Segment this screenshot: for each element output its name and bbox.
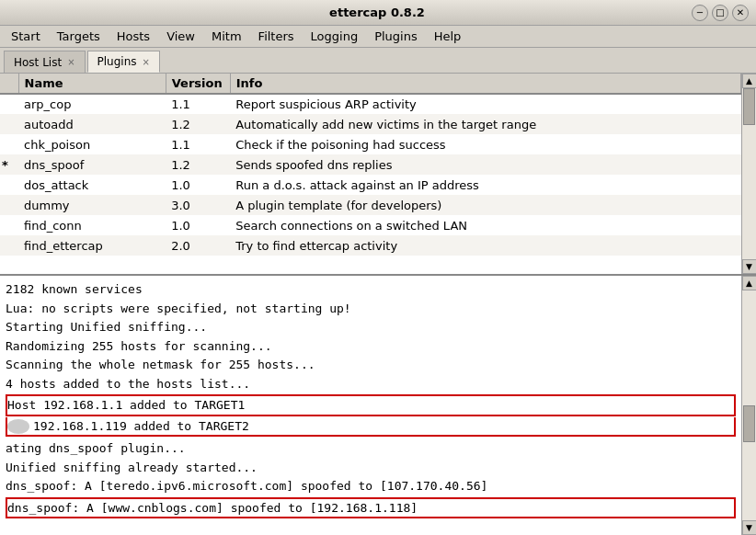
main-content: Name Version Info arp_cop1.1Report suspi… bbox=[0, 74, 756, 535]
plugin-marker bbox=[0, 235, 18, 256]
plugin-info: A plugin template (for developers) bbox=[230, 195, 740, 215]
tab-host-list-close[interactable]: × bbox=[67, 57, 74, 67]
menu-hosts[interactable]: Hosts bbox=[109, 28, 157, 45]
plugin-panel: Name Version Info arp_cop1.1Report suspi… bbox=[0, 74, 756, 276]
log-line: Starting Unified sniffing... bbox=[6, 318, 736, 336]
log-scroll-track bbox=[742, 290, 756, 520]
plugin-marker bbox=[0, 134, 18, 154]
log-scrollbar[interactable]: ▲ ▼ bbox=[741, 276, 756, 535]
plugin-table-container: Name Version Info arp_cop1.1Report suspi… bbox=[0, 74, 741, 274]
tab-host-list[interactable]: Host List × bbox=[4, 51, 86, 73]
plugin-info: Sends spoofed dns replies bbox=[230, 154, 740, 175]
plugin-marker: * bbox=[0, 154, 18, 175]
menu-mitm[interactable]: Mitm bbox=[204, 28, 249, 45]
plugin-version: 1.0 bbox=[166, 215, 230, 235]
log-line: dns_spoof: A [teredo.ipv6.microsoft.com]… bbox=[6, 477, 736, 495]
plugin-version: 1.2 bbox=[166, 114, 230, 134]
log-line: 2182 known services bbox=[6, 280, 736, 299]
plugin-scrollbar[interactable]: ▲ ▼ bbox=[741, 74, 756, 274]
window-title: ettercap 0.8.2 bbox=[63, 6, 692, 19]
table-row[interactable]: dummy3.0A plugin template (for developer… bbox=[0, 195, 741, 215]
plugin-name: autoadd bbox=[18, 114, 166, 134]
close-button[interactable]: ✕ bbox=[732, 5, 749, 21]
plugin-version: 1.1 bbox=[166, 134, 230, 154]
scroll-up-button[interactable]: ▲ bbox=[742, 74, 757, 88]
tab-host-list-label: Host List bbox=[14, 56, 62, 69]
arrow-icon bbox=[7, 419, 29, 434]
table-row[interactable]: find_ettercap2.0Try to find ettercap act… bbox=[0, 235, 741, 256]
plugin-marker bbox=[0, 195, 18, 215]
plugin-table: Name Version Info arp_cop1.1Report suspi… bbox=[0, 74, 741, 256]
log-line: Unified sniffing already started... bbox=[6, 459, 736, 477]
log-line: 4 hosts added to the hosts list... bbox=[6, 375, 736, 393]
table-row[interactable]: dos_attack1.0Run a d.o.s. attack against… bbox=[0, 175, 741, 195]
table-row[interactable]: *dns_spoof1.2Sends spoofed dns replies bbox=[0, 154, 741, 175]
plugin-name: find_conn bbox=[18, 215, 166, 235]
log-line: Randomizing 255 hosts for scanning... bbox=[6, 337, 736, 356]
log-scroll-thumb[interactable] bbox=[743, 405, 755, 442]
table-row[interactable]: autoadd1.2Automatically add new victims … bbox=[0, 114, 741, 134]
table-row[interactable]: arp_cop1.1Report suspicious ARP activity bbox=[0, 94, 741, 114]
plugin-name: dos_attack bbox=[18, 175, 166, 195]
plugin-info: Automatically add new victims in the tar… bbox=[230, 114, 740, 134]
plugin-info: Try to find ettercap activity bbox=[230, 235, 740, 256]
plugin-marker bbox=[0, 215, 18, 235]
plugin-version: 3.0 bbox=[166, 195, 230, 215]
plugin-info: Search connections on a switched LAN bbox=[230, 215, 740, 235]
window-controls: − □ ✕ bbox=[692, 5, 749, 21]
tab-plugins-label: Plugins bbox=[97, 55, 137, 68]
menu-logging[interactable]: Logging bbox=[304, 28, 366, 45]
plugin-name: find_ettercap bbox=[18, 235, 166, 256]
log-line: Host 192.168.1.1 added to TARGET1 bbox=[6, 394, 736, 416]
col-info: Info bbox=[230, 74, 740, 94]
plugin-name: dns_spoof bbox=[18, 154, 166, 175]
plugin-marker bbox=[0, 114, 18, 134]
maximize-button[interactable]: □ bbox=[712, 5, 728, 21]
plugin-info: Report suspicious ARP activity bbox=[230, 94, 740, 114]
tab-plugins[interactable]: Plugins × bbox=[87, 51, 160, 73]
log-line: Scanning the whole netmask for 255 hosts… bbox=[6, 356, 736, 374]
plugin-version: 1.2 bbox=[166, 154, 230, 175]
col-marker bbox=[0, 74, 18, 94]
log-line: ating dns_spoof plugin... bbox=[6, 439, 736, 458]
menu-bar: Start Targets Hosts View Mitm Filters Lo… bbox=[0, 26, 756, 48]
menu-help[interactable]: Help bbox=[427, 28, 469, 45]
plugin-version: 1.1 bbox=[166, 94, 230, 114]
menu-filters[interactable]: Filters bbox=[251, 28, 302, 45]
col-version: Version bbox=[166, 74, 230, 94]
log-line: 192.168.1.119 added to TARGET2 bbox=[6, 417, 736, 438]
tabs-bar: Host List × Plugins × bbox=[0, 48, 756, 74]
title-bar: ettercap 0.8.2 − □ ✕ bbox=[0, 0, 756, 26]
log-content: 2182 known servicesLua: no scripts were … bbox=[0, 276, 741, 535]
plugin-marker bbox=[0, 175, 18, 195]
col-name: Name bbox=[18, 74, 166, 94]
table-row[interactable]: find_conn1.0Search connections on a swit… bbox=[0, 215, 741, 235]
plugin-version: 2.0 bbox=[166, 235, 230, 256]
minimize-button[interactable]: − bbox=[692, 5, 708, 21]
plugin-name: chk_poison bbox=[18, 134, 166, 154]
table-row[interactable]: chk_poison1.1Check if the poisoning had … bbox=[0, 134, 741, 154]
plugin-name: arp_cop bbox=[18, 94, 166, 114]
plugin-marker bbox=[0, 94, 18, 114]
plugin-info: Run a d.o.s. attack against an IP addres… bbox=[230, 175, 740, 195]
menu-targets[interactable]: Targets bbox=[50, 28, 108, 45]
menu-view[interactable]: View bbox=[159, 28, 202, 45]
log-scroll-down-button[interactable]: ▼ bbox=[742, 520, 757, 535]
scroll-thumb[interactable] bbox=[743, 88, 755, 125]
menu-plugins[interactable]: Plugins bbox=[367, 28, 425, 45]
log-line: dns_spoof: A [www.cnblogs.com] spoofed t… bbox=[6, 497, 736, 519]
menu-start[interactable]: Start bbox=[4, 28, 48, 45]
log-line: Lua: no scripts were specified, not star… bbox=[6, 300, 736, 318]
tab-plugins-close[interactable]: × bbox=[143, 57, 150, 67]
log-scroll-up-button[interactable]: ▲ bbox=[742, 276, 757, 290]
log-panel: 2182 known servicesLua: no scripts were … bbox=[0, 276, 756, 535]
plugin-version: 1.0 bbox=[166, 175, 230, 195]
scroll-track bbox=[742, 88, 756, 259]
plugin-name: dummy bbox=[18, 195, 166, 215]
scroll-down-button[interactable]: ▼ bbox=[742, 259, 757, 274]
plugin-info: Check if the poisoning had success bbox=[230, 134, 740, 154]
